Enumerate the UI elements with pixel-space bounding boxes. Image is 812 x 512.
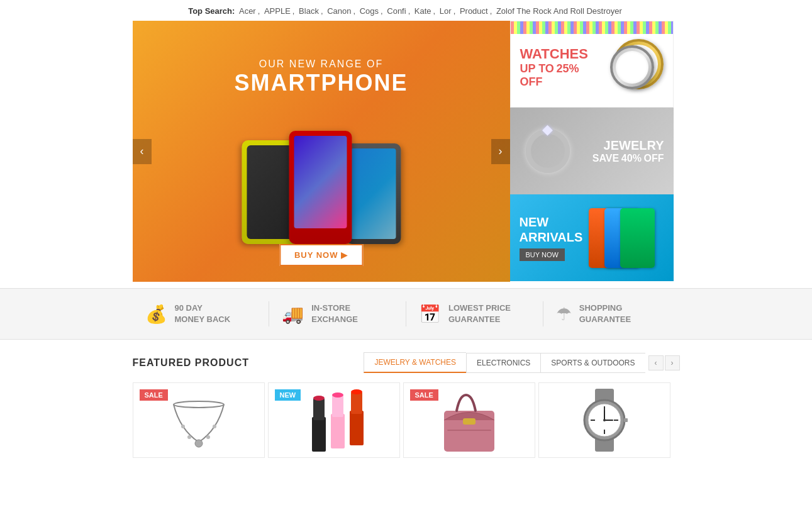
buy-now-button[interactable]: BUY NOW ▶ [279, 244, 363, 266]
watches-percent: 25% [556, 62, 579, 75]
svg-rect-29 [624, 418, 628, 422]
search-term-0[interactable]: Acer [239, 6, 256, 16]
svg-rect-17 [447, 430, 491, 431]
product-card-1[interactable]: NEW [268, 382, 400, 458]
lipstick-svg [299, 386, 369, 455]
search-term-7[interactable]: Lor [440, 6, 452, 16]
top-search-terms: Acer, APPLE, Black, Canon, Cogs, Confi, … [237, 6, 624, 16]
watch-circle-silver [610, 45, 654, 89]
featured-tabs: JEWELRY & WATCHES ELECTRONICS SPORTS & O… [364, 352, 679, 373]
arrivals-banner[interactable]: NEW ARRIVALS BUY NOW [510, 194, 674, 281]
tab-prev-button[interactable]: ‹ [648, 355, 664, 370]
search-term-9[interactable]: Zolof The Rock And Roll Destroyer [496, 6, 622, 16]
guarantee-money-back: 💰 90 DAY MONEY BACK [133, 303, 269, 325]
watches-banner[interactable]: WATCHES UP TO 25% OFF [510, 21, 674, 108]
top-search-label: Top Search: [188, 6, 235, 16]
watches-title: WATCHES [520, 46, 601, 62]
guarantee-exchange: 🚚 IN-STORE EXCHANGE [269, 303, 406, 325]
jewelry-banner[interactable]: JEWELRY SAVE 40% OFF [510, 108, 674, 194]
banner-prev-button[interactable]: ‹ [133, 139, 152, 164]
ring-shape [526, 129, 570, 173]
svg-point-4 [181, 425, 185, 428]
watches-sub: UP TO 25% OFF [520, 62, 601, 89]
search-term-4[interactable]: Cogs [360, 6, 379, 16]
svg-rect-13 [351, 392, 362, 414]
product-card-3[interactable] [538, 382, 670, 458]
search-term-2[interactable]: Black [299, 6, 319, 16]
banner-phones [242, 131, 401, 244]
svg-rect-6 [312, 417, 326, 452]
banner-text: OUR NEW RANGE OF SMARTPHONE [234, 58, 408, 96]
tab-electronics[interactable]: ELECTRONICS [466, 353, 540, 373]
watches-text-area: WATCHES UP TO 25% OFF [520, 40, 601, 89]
phone-dark [345, 143, 401, 244]
svg-point-11 [332, 392, 343, 398]
svg-point-28 [603, 419, 606, 421]
featured-section: FEATURED PRODUCT JEWELRY & WATCHES ELECT… [133, 352, 680, 458]
ring-image [520, 116, 601, 186]
handbag-svg [435, 386, 504, 455]
product-badge-0: SALE [140, 389, 168, 401]
product-badge-1: NEW [275, 389, 301, 401]
necklace-svg [161, 386, 236, 455]
banner-title: SMARTPHONE [234, 70, 408, 96]
search-term-1[interactable]: APPLE [264, 6, 291, 16]
product-image-3 [539, 383, 670, 457]
arrivals-title: NEW ARRIVALS [520, 214, 583, 245]
main-banner: OUR NEW RANGE OF SMARTPHONE BUY NOW ▶ ‹ … [133, 21, 510, 282]
jewelry-prefix: SAVE [592, 153, 619, 164]
banner-section: OUR NEW RANGE OF SMARTPHONE BUY NOW ▶ ‹ … [133, 21, 680, 282]
svg-rect-16 [463, 418, 476, 425]
products-grid: SALE NEW [133, 382, 680, 458]
svg-rect-12 [350, 411, 364, 445]
phone-red [289, 131, 352, 244]
guarantee-bar: 💰 90 DAY MONEY BACK 🚚 IN-STORE EXCHANGE … [0, 288, 812, 340]
search-term-3[interactable]: Canon [327, 6, 351, 16]
product-card-0[interactable]: SALE [133, 382, 265, 458]
tab-navigation: ‹ › [648, 355, 680, 370]
svg-rect-10 [332, 395, 343, 417]
banner-next-button[interactable]: › [491, 139, 510, 164]
exchange-text: IN-STORE EXCHANGE [311, 303, 358, 325]
search-term-8[interactable]: Product [460, 6, 488, 16]
jewelry-text: JEWELRY SAVE 40% OFF [592, 138, 664, 164]
shopping-guarantee-text: SHOPPING GUARANTEE [579, 303, 631, 325]
featured-title: FEATURED PRODUCT [133, 357, 249, 369]
search-term-6[interactable]: Kate [414, 6, 431, 16]
svg-point-14 [351, 389, 362, 394]
guarantee-lowest-price: 📅 LOWEST PRICE GUARANTEE [406, 303, 543, 325]
exchange-icon: 🚚 [282, 304, 304, 325]
lowest-price-icon: 📅 [419, 304, 441, 325]
tab-sports-outdoors[interactable]: SPORTS & OUTDOORS [540, 353, 645, 373]
watch-image [601, 30, 664, 99]
svg-rect-7 [313, 398, 325, 420]
arrivals-text: NEW ARRIVALS BUY NOW [520, 214, 583, 261]
tab-jewelry-watches[interactable]: JEWELRY & WATCHES [364, 352, 466, 373]
jewelry-suffix: OFF [644, 153, 664, 164]
guarantee-inner: 💰 90 DAY MONEY BACK 🚚 IN-STORE EXCHANGE … [133, 301, 680, 326]
svg-point-5 [213, 425, 216, 428]
jewelry-percent: 40% [621, 153, 642, 164]
svg-point-1 [195, 440, 203, 447]
shopping-guarantee-icon: ☂ [556, 304, 572, 325]
side-banners: WATCHES UP TO 25% OFF JEWELRY SAVE [510, 21, 674, 282]
search-term-5[interactable]: Confi [387, 6, 406, 16]
tab-next-button[interactable]: › [665, 355, 680, 370]
svg-rect-9 [331, 414, 345, 448]
svg-point-0 [174, 401, 224, 408]
jewelry-sub: SAVE 40% OFF [592, 153, 664, 164]
product-card-2[interactable]: SALE [403, 382, 535, 458]
top-search-bar: Top Search: Acer, APPLE, Black, Canon, C… [0, 0, 812, 21]
svg-point-3 [206, 435, 210, 439]
jewelry-title: JEWELRY [592, 138, 664, 153]
arrivals-buy-now-button[interactable]: BUY NOW [520, 248, 565, 261]
watch-svg [570, 386, 639, 455]
money-back-text: 90 DAY MONEY BACK [175, 303, 231, 325]
product-badge-2: SALE [410, 389, 438, 401]
watches-prefix: UP TO [520, 62, 554, 75]
svg-point-2 [187, 435, 191, 439]
guarantee-shopping: ☂ SHOPPING GUARANTEE [543, 303, 680, 325]
lowest-price-text: LOWEST PRICE GUARANTEE [448, 303, 511, 325]
svg-point-8 [313, 396, 325, 401]
featured-header: FEATURED PRODUCT JEWELRY & WATCHES ELECT… [133, 352, 680, 373]
